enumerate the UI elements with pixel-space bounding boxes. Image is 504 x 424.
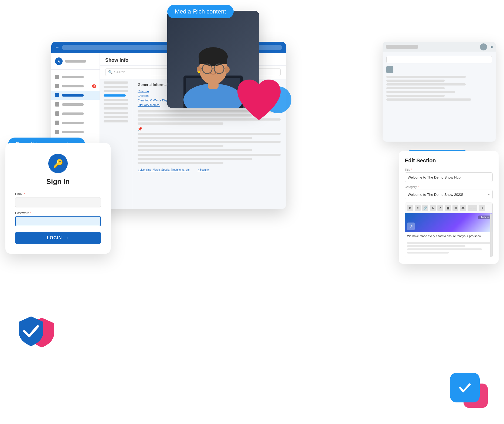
nav-item-1[interactable] (104, 81, 128, 84)
content-line (138, 162, 223, 164)
rp-line (386, 83, 466, 86)
content-line (138, 145, 223, 147)
nav-item-7[interactable] (104, 112, 128, 114)
nav-item-active[interactable] (104, 94, 126, 97)
sidebar-item-shop[interactable] (51, 100, 100, 109)
content-line (138, 133, 281, 135)
title-input[interactable]: Welcome to The Demo Show Hub (405, 172, 493, 182)
edit-card-title: Edit Section (405, 158, 493, 164)
content-line (138, 137, 252, 139)
chevron-down-icon: ▾ (488, 193, 490, 196)
nav-item-5[interactable] (104, 103, 128, 105)
login-label: LOGIN (47, 235, 62, 240)
nav-item-9[interactable] (104, 120, 128, 122)
media-label (62, 122, 84, 124)
sidebar-item-dashboard[interactable] (51, 72, 100, 81)
link-security[interactable]: ↑ Security (197, 168, 209, 171)
email-input[interactable] (15, 197, 101, 207)
rp-line (386, 87, 445, 89)
align-button[interactable]: — — (468, 205, 477, 211)
link-licensing[interactable]: ↓ Licensing- Music, Special Treatments, … (138, 168, 189, 171)
arrow-icon: → (64, 235, 69, 240)
right-panel-search (386, 45, 418, 49)
check-icon (55, 84, 59, 88)
password-label: Password * (15, 211, 101, 215)
sidebar-logo: ★ (51, 57, 100, 70)
image-button[interactable]: ▣ (445, 205, 451, 211)
rp-line (386, 76, 466, 78)
nav-item-6[interactable] (104, 107, 128, 110)
sidebar-item-people[interactable] (51, 127, 100, 136)
edit-body-lines (405, 240, 492, 257)
link-button[interactable]: 🔗 (422, 205, 428, 211)
login-button[interactable]: LOGIN → (15, 232, 101, 244)
heart-big (235, 78, 283, 124)
scrollbar[interactable] (490, 213, 492, 257)
exit-icon[interactable]: ⇥ (489, 44, 493, 49)
edit-preview: ↗ platform (405, 213, 492, 232)
rp-line (386, 80, 445, 82)
shield-blue (16, 315, 46, 348)
cart-icon (55, 102, 59, 107)
clear-button[interactable]: ✗ (437, 205, 443, 211)
nav-item-2[interactable] (104, 86, 128, 88)
grid-icon (55, 75, 59, 79)
right-panel: ⇥ (383, 42, 496, 142)
right-panel-body (383, 52, 496, 106)
nav-item-4[interactable] (104, 99, 128, 101)
nav-item-8[interactable] (104, 116, 128, 118)
content-line (138, 149, 252, 151)
image-icon (55, 121, 59, 125)
category-select[interactable]: Welcome to The Demo Show 2023! ▾ (405, 190, 493, 199)
list-icon (55, 111, 59, 116)
bold-button[interactable]: B (407, 205, 413, 211)
search-icon: 🔍 (108, 70, 113, 74)
rp-line (386, 91, 455, 93)
sidebar-item-lists[interactable] (51, 109, 100, 118)
password-input[interactable] (15, 216, 101, 226)
signin-title: Sign In (15, 177, 101, 186)
edit-body-text: We have made every effort to ensure that… (405, 232, 492, 240)
content-label (62, 94, 84, 97)
sidebar-item-content[interactable] (51, 91, 100, 100)
tasks-badge: 8 (92, 84, 96, 88)
edit-section-card: Edit Section Title * Welcome to The Demo… (399, 151, 499, 264)
tasks-label (62, 85, 84, 87)
title-field-label: Title * (405, 168, 493, 171)
file-icon (55, 93, 59, 97)
logo-icon: ★ (55, 57, 63, 65)
sidebar-item-media[interactable] (51, 118, 100, 127)
title-value: Welcome to The Demo Show Hub (408, 175, 461, 179)
logo-text (65, 60, 86, 63)
indent-button[interactable]: ⇥ (479, 205, 485, 211)
nav-item-3[interactable] (104, 90, 128, 92)
rich-text-toolbar: B ≡ 🔗 A ✗ ▣ ⊞ <> — — ⇥ (405, 203, 493, 213)
search-placeholder: Search... (114, 70, 128, 74)
preview-platform-label: platform (478, 216, 490, 219)
svg-point-15 (225, 66, 230, 73)
lists-label (62, 112, 84, 115)
edit-content-area: ↗ platform We have made every effort to … (405, 213, 493, 257)
content-line (138, 122, 223, 125)
rp-line (386, 95, 445, 97)
signin-card: 🔑 Sign In Email * Password * LOGIN → (5, 143, 111, 254)
category-value: Welcome to The Demo Show 2023! (408, 193, 463, 197)
list-button[interactable]: ≡ (415, 205, 421, 211)
table-button[interactable]: ⊞ (452, 205, 458, 211)
back-arrow-icon: ← (55, 45, 59, 50)
user-avatar (480, 43, 487, 50)
code-button[interactable]: <> (460, 205, 466, 211)
category-field-label: Category * (405, 185, 493, 189)
rp-search-bar[interactable] (386, 56, 492, 63)
blue-check-badge (450, 373, 480, 402)
people-label (62, 131, 84, 133)
content-line (138, 158, 252, 160)
preview-arrow-icon: ↗ (407, 223, 415, 230)
key-icon: 🔑 (48, 154, 68, 173)
rp-line (386, 98, 471, 101)
sidebar-item-tasks[interactable]: 8 (51, 81, 100, 91)
content-line (138, 154, 281, 156)
media-rich-pill: Media-Rich content (167, 5, 234, 18)
font-button[interactable]: A (430, 205, 436, 211)
edit-line (407, 248, 482, 250)
